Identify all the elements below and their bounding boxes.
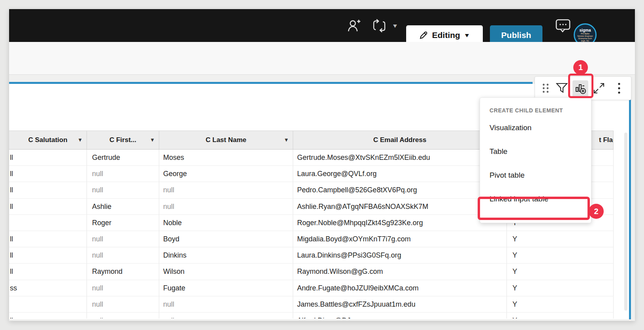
table-cell[interactable]: ll [9,199,87,214]
table-cell[interactable]: Ashlie.Ryan@ATgqNFBA6sNOAXSkK7M [293,199,507,214]
table-row: llRaymondWilsonRaymond.Wilson@gG.comY [9,264,614,280]
refresh-schedule-icon[interactable] [369,9,389,42]
table-row: nullnullJames.Battles@cxfFZsJpuuat1m.edu… [9,296,614,313]
table-cell[interactable]: ll [9,264,87,279]
table-cell[interactable]: null [87,166,159,182]
more-menu-icon[interactable] [611,77,627,100]
editing-label: Editing [432,30,460,40]
table-cell[interactable]: Raymond [87,264,159,279]
table-cell[interactable]: Y [507,313,614,319]
table-cell[interactable]: James.Battles@cxfFZsJpuuat1m.edu [293,296,507,312]
table-cell[interactable]: Andre.Fugate@hoJZUl9eibXMCa.com [293,280,507,296]
table-cell[interactable]: ll [9,313,87,319]
menu-item-linked-input-table[interactable]: Linked input table [480,187,591,211]
table-cell[interactable]: ll [9,231,87,247]
table-cell[interactable]: null [87,247,159,263]
column-header-label: t Flag [599,136,614,144]
table-cell[interactable]: Laura.George@QVLf.org [293,166,507,182]
table-cell[interactable]: Ashlie [87,199,159,214]
refresh-dropdown-caret-icon[interactable]: ▼ [389,9,401,42]
table-cell[interactable]: Migdalia.Boyd@xOYmKnT7i7g.com [293,231,507,247]
element-selection-border-right [629,82,631,319]
table-row: llnullBoydMigdalia.Boyd@xOYmKnT7i7g.comY [9,231,614,247]
drag-handle-icon[interactable] [539,77,552,100]
table-cell[interactable]: Gertrude.Moses@XtvSKnEZm5lXEiib.edu [293,150,507,165]
table-cell[interactable]: null [159,182,293,198]
table-cell[interactable]: Noble [159,215,293,231]
table-cell[interactable]: null [87,296,159,312]
create-child-element-menu: CREATE CHILD ELEMENT VisualizationTableP… [480,97,591,223]
annotation-step-badge-1: 1 [573,60,588,75]
table-cell[interactable]: Pedro.Campbell@526Ge8tXV6Pq.org [293,182,507,198]
pencil-icon [419,31,428,40]
table-row: llnullnullAlfred.Diner@DJr.orgY [9,313,614,319]
column-header-3[interactable]: C Email Address [293,131,507,149]
element-selection-border-top [9,82,533,84]
add-collaborator-icon[interactable] [344,9,364,42]
table-cell[interactable]: Roger.Noble@MhpqqIZkt4Sg923Ke.org [293,215,507,231]
table-cell[interactable]: Boyd [159,231,293,247]
table-cell[interactable]: null [87,182,159,198]
screenshot-stage: ▼ Editing ▼ Publish sigma Phi [0,0,644,330]
column-sort-caret-icon[interactable]: ▼ [284,137,289,143]
table-cell[interactable]: null [159,296,293,312]
column-header-label: C Salutation [28,136,67,144]
column-sort-caret-icon[interactable]: ▼ [150,137,155,143]
table-cell[interactable]: null [159,313,293,319]
top-bar: ▼ Editing ▼ Publish sigma Phi [9,9,635,42]
table-row: llnullDinkinsLaura.Dinkins@PPsi3G0SFq.or… [9,247,614,264]
table-cell[interactable]: Moses [159,150,293,165]
page-toolbar-strip [9,42,635,75]
menu-item-table[interactable]: Table [480,140,591,163]
table-cell[interactable]: Dinkins [159,247,293,263]
table-cell[interactable]: null [87,280,159,296]
menu-header: CREATE CHILD ELEMENT [480,98,591,116]
table-cell[interactable]: Y [507,231,614,247]
table-cell[interactable] [9,215,87,231]
table-cell[interactable]: Laura.Dinkins@PPsi3G0SFq.org [293,247,507,263]
column-header-label: C Email Address [373,136,426,144]
table-cell[interactable]: Y [507,264,614,279]
column-header-label: C First... [109,136,136,144]
menu-item-pivot-table[interactable]: Pivot table [480,163,591,187]
vertical-scrollbar[interactable] [624,133,627,311]
table-cell[interactable]: Wilson [159,264,293,279]
column-sort-caret-icon[interactable]: ▼ [77,137,83,143]
comments-icon[interactable] [552,9,574,42]
table-cell[interactable]: Roger [87,215,159,231]
menu-item-visualization[interactable]: Visualization [480,116,591,140]
table-cell[interactable]: null [87,231,159,247]
table-cell[interactable]: George [159,166,293,182]
table-cell[interactable]: ss [9,280,87,296]
maximize-icon[interactable] [591,77,607,100]
table-cell[interactable]: ll [9,247,87,263]
table-row: ssnullFugateAndre.Fugate@hoJZUl9eibXMCa.… [9,280,614,296]
table-cell[interactable]: ll [9,150,87,165]
column-header-2[interactable]: C Last Name▼ [159,131,293,149]
column-header-label: C Last Name [206,136,247,144]
table-cell[interactable]: Alfred.Diner@DJr.org [293,313,507,319]
table-cell[interactable]: Fugate [159,280,293,296]
annotation-step-badge-2: 2 [589,204,604,219]
table-cell[interactable]: Y [507,280,614,296]
table-cell[interactable]: ll [9,166,87,182]
editing-caret-icon: ▼ [463,32,470,38]
create-child-element-icon[interactable] [572,80,588,97]
table-cell[interactable]: ll [9,182,87,198]
table-cell[interactable]: Y [507,296,614,312]
element-toolbar [535,76,631,100]
column-header-0[interactable]: C Salutation▼ [9,131,87,149]
table-cell[interactable]: null [87,313,159,319]
table-cell[interactable]: null [159,199,293,214]
filter-icon[interactable] [554,77,570,100]
column-header-1[interactable]: C First...▼ [87,131,159,149]
table-cell[interactable]: Y [507,247,614,263]
table-cell[interactable]: Gertrude [87,150,159,165]
table-cell[interactable] [9,296,87,312]
table-cell[interactable]: Raymond.Wilson@gG.com [293,264,507,279]
